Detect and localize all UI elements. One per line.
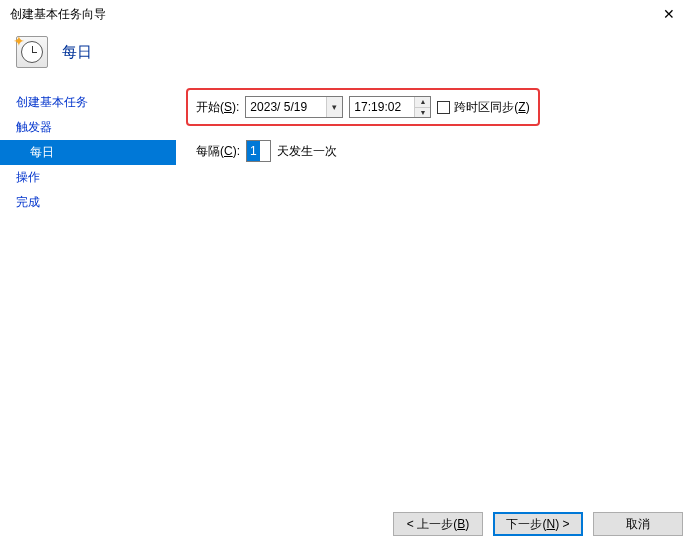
- recur-every-value[interactable]: 1: [247, 141, 260, 161]
- date-dropdown-icon[interactable]: ▾: [326, 97, 342, 117]
- clock-icon: ✦: [16, 36, 48, 68]
- start-date-field[interactable]: ▾: [245, 96, 343, 118]
- start-label: 开始(S):: [196, 99, 239, 116]
- recur-every-row: 每隔(C): 1 天发生一次: [186, 140, 677, 162]
- recur-every-field[interactable]: 1: [246, 140, 271, 162]
- start-time-input[interactable]: [350, 97, 414, 117]
- time-spin-down[interactable]: ▼: [414, 108, 430, 118]
- sync-timezone-checkbox[interactable]: [437, 101, 450, 114]
- recur-every-label: 每隔(C):: [196, 143, 240, 160]
- next-button[interactable]: 下一步(N) >: [493, 512, 583, 536]
- start-time-row-highlight: 开始(S): ▾ ▲ ▼ 跨时区同步(Z): [186, 88, 540, 126]
- page-title: 每日: [62, 43, 92, 62]
- titlebar: 创建基本任务向导 ✕: [0, 0, 697, 28]
- step-create-basic-task[interactable]: 创建基本任务: [0, 90, 176, 115]
- time-spin-up[interactable]: ▲: [414, 97, 430, 108]
- step-trigger[interactable]: 触发器: [0, 115, 176, 140]
- wizard-content: 开始(S): ▾ ▲ ▼ 跨时区同步(Z) 每隔(C): 1: [176, 86, 697, 486]
- back-button[interactable]: < 上一步(B): [393, 512, 483, 536]
- step-finish[interactable]: 完成: [0, 190, 176, 215]
- wizard-steps-sidebar: 创建基本任务 触发器 每日 操作 完成: [0, 86, 176, 486]
- start-time-field[interactable]: ▲ ▼: [349, 96, 431, 118]
- cancel-button[interactable]: 取消: [593, 512, 683, 536]
- start-date-input[interactable]: [246, 97, 326, 117]
- window-title: 创建基本任务向导: [10, 6, 106, 23]
- wizard-header: ✦ 每日: [0, 28, 697, 86]
- wizard-footer: < 上一步(B) 下一步(N) > 取消: [0, 500, 697, 548]
- close-button[interactable]: ✕: [649, 0, 689, 28]
- recur-every-suffix: 天发生一次: [277, 143, 337, 160]
- wizard-body: 创建基本任务 触发器 每日 操作 完成 开始(S): ▾ ▲ ▼ 跨时区同步(Z…: [0, 86, 697, 486]
- sync-timezone-option[interactable]: 跨时区同步(Z): [437, 99, 529, 116]
- step-action[interactable]: 操作: [0, 165, 176, 190]
- sync-timezone-label: 跨时区同步(Z): [454, 99, 529, 116]
- close-icon: ✕: [663, 6, 675, 22]
- step-daily[interactable]: 每日: [0, 140, 176, 165]
